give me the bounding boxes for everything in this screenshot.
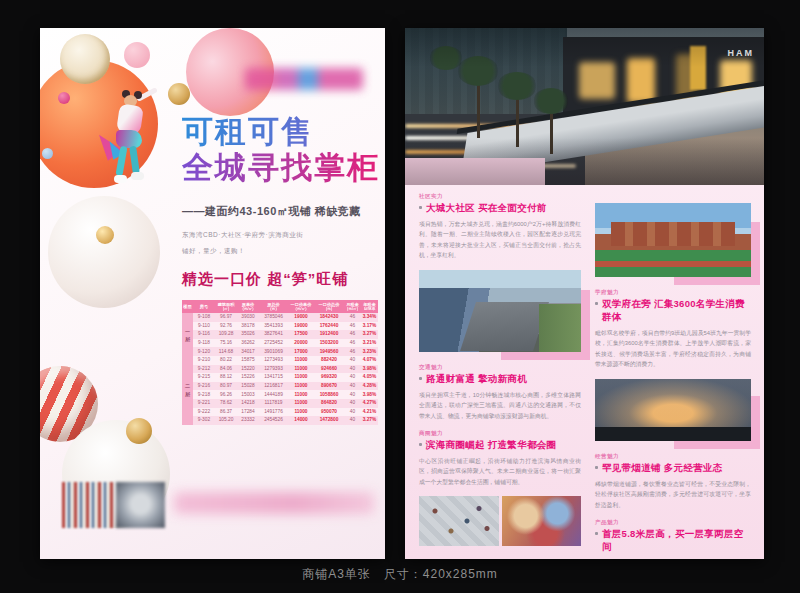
section-body: 建面约43-160㎡临街现铺，首层约5.8米奢阔层高，可隔两层使用，买一层享两层… (595, 558, 751, 559)
table-cell: 9-221 (193, 399, 215, 408)
table-header-cell: 原单价(元/㎡) (237, 300, 259, 313)
blurred-thumbnail-image (62, 482, 114, 528)
table-cell: 19000 (288, 313, 314, 322)
table-cell: 34017 (237, 347, 259, 356)
dancer-leg (129, 146, 140, 175)
table-cell: 114.68 (215, 347, 237, 356)
table-row: 9-21680.9715028121681711000890670404.28% (182, 382, 378, 391)
table-cell: 1949560 (314, 347, 344, 356)
table-cell: 11000 (288, 382, 314, 391)
community-render-image (419, 270, 581, 352)
table-cell: 40 (344, 390, 361, 399)
table-cell: 3.27% (361, 416, 378, 425)
school-photo (595, 203, 751, 277)
table-cell: 9-222 (193, 408, 215, 417)
crowd-photo (419, 496, 499, 546)
table-cell: 9-302 (193, 416, 215, 425)
table-cell: 9-120 (193, 347, 215, 356)
table-cell: 9-218 (193, 390, 215, 399)
table-cell: 3827641 (259, 330, 288, 339)
table-cell: 11000 (288, 356, 314, 365)
section-product: 产品魅力 首层5.8米层高，买一层享两层空间 建面约43-160㎡临街现铺，首层… (595, 519, 751, 559)
table-cell: 950070 (314, 408, 344, 417)
footer-caption: 商铺A3单张 尺寸：420x285mm (0, 566, 800, 583)
table-cell: 40 (344, 373, 361, 382)
table-row: 9-116109.28350263827641175001912400463.2… (182, 330, 378, 339)
table-cell: 3541393 (259, 322, 288, 331)
shoppers-photo (502, 496, 582, 546)
table-cell: 46 (344, 347, 361, 356)
section-heading: 首层5.8米层高，买一层享两层空间 (595, 528, 751, 554)
table-cell: 1472800 (314, 416, 344, 425)
gold-sphere-decoration (126, 418, 152, 444)
pink-sphere-decoration (124, 42, 150, 68)
table-cell: 9-118 (193, 339, 215, 348)
location-text: 东海湾CBD·大社区·学府旁·滨海商业街 (182, 231, 303, 240)
table-cell: 17284 (237, 408, 259, 417)
table-cell: 1273493 (259, 356, 288, 365)
table-cell: 3901069 (259, 347, 288, 356)
table-header-cell: 年租金回报率 (361, 300, 378, 313)
table-header-cell: 月租金(元/㎡) (344, 300, 361, 313)
table-cell: 14218 (237, 399, 259, 408)
table-cell: 46 (344, 330, 361, 339)
white-sphere-decoration (48, 196, 160, 308)
subtitle: ——建面约43-160㎡现铺 稀缺竞藏 (182, 204, 361, 219)
section-traffic: 交通魅力 路通财富通 擎动新商机 项目坐拥双主干道，10分钟畅连城市核心商圈，多… (419, 364, 581, 421)
table-cell: 4.28% (361, 382, 378, 391)
section-operation: 经营魅力 罕见带烟道铺 多元经营业态 稀缺带烟道铺源，餐饮重餐业态皆可经营，不受… (595, 453, 751, 510)
table-cell: 882420 (314, 356, 344, 365)
table-cell: 11000 (288, 365, 314, 374)
table-cell: 46 (344, 322, 361, 331)
table-cell: 40 (344, 399, 361, 408)
table-cell: 924660 (314, 365, 344, 374)
table-cell: 1058860 (314, 390, 344, 399)
section-body: 项目热销，万套大城齐兑现，涵盖约6000户2万+待释放消费红利。随着一期、二期业… (419, 219, 581, 261)
table-cell: 9-212 (193, 365, 215, 374)
table-header-cell: 原总价(元) (259, 300, 288, 313)
blurred-brand-logo (245, 68, 363, 90)
table-cell: 46 (344, 339, 361, 348)
table-cell: 3.27% (361, 330, 378, 339)
table-cell: 15220 (237, 365, 259, 374)
dancer-figure (98, 90, 168, 200)
dancer-shoe (131, 172, 144, 180)
table-cell: 40 (344, 356, 361, 365)
table-cell: 3.17% (361, 322, 378, 331)
table-cell: 1341715 (259, 373, 288, 382)
page-title-line1: 可租可售 (182, 114, 380, 150)
section-body: 中心区沿街旺铺正崛起，沿街环铺助力打造滨海风情商业街区，招商运营双保障聚人气。未… (419, 456, 581, 487)
table-cell: 3.34% (361, 313, 378, 322)
table-cell: 1117819 (259, 399, 288, 408)
street-hero-photo: HAM (405, 28, 764, 185)
section-body: 项目坐拥双主干道，10分钟畅连城市核心商圈，多维立体路网全面通达，联动广深莞三地… (419, 390, 581, 421)
table-cell: 4.05% (361, 373, 378, 382)
section-school: 学府魅力 双学府在旁 汇集3600名学生消费群体 毗邻双名校学府，项目自带约9班… (595, 289, 751, 370)
flyer-back-page: HAM 社区实力 大城大社区 买在全面交付前 项目热销，万套大城齐兑现，涵盖约6… (405, 28, 764, 559)
gold-coin-decoration (96, 226, 114, 244)
section-heading: 罕见带烟道铺 多元经营业态 (595, 462, 751, 475)
table-cell: 36262 (237, 339, 259, 348)
table-cell: 1842430 (314, 313, 344, 322)
blurred-contact-text (174, 492, 374, 514)
table-row: 9-11875.16362622725452200001503200463.21… (182, 339, 378, 348)
table-cell: 2725452 (259, 339, 288, 348)
price-table-header: 楼层房号建筑面积(㎡)原单价(元/㎡)原总价(元)一口价单价(元/㎡)一口价总价… (182, 300, 378, 313)
section-heading: 大城大社区 买在全面交付前 (419, 202, 581, 215)
table-header-cell: 楼层 (182, 300, 193, 313)
table-cell: 15875 (237, 356, 259, 365)
table-cell: 890670 (314, 382, 344, 391)
table-cell: 75.16 (215, 339, 237, 348)
section-heading: 路通财富通 擎动新商机 (419, 373, 581, 386)
table-cell: 969320 (314, 373, 344, 382)
section-label: 产品魅力 (595, 519, 751, 526)
table-cell: 1912400 (314, 330, 344, 339)
page-title: 可租可售 全城寻找掌柜 (182, 114, 380, 185)
table-cell: 96.97 (215, 313, 237, 322)
table-cell: 80.22 (215, 356, 237, 365)
table-cell: 40 (344, 408, 361, 417)
blurred-thumbnail-image (116, 482, 165, 528)
table-cell: 86.37 (215, 408, 237, 417)
table-cell: 96.26 (215, 390, 237, 399)
table-cell: 39030 (237, 313, 259, 322)
